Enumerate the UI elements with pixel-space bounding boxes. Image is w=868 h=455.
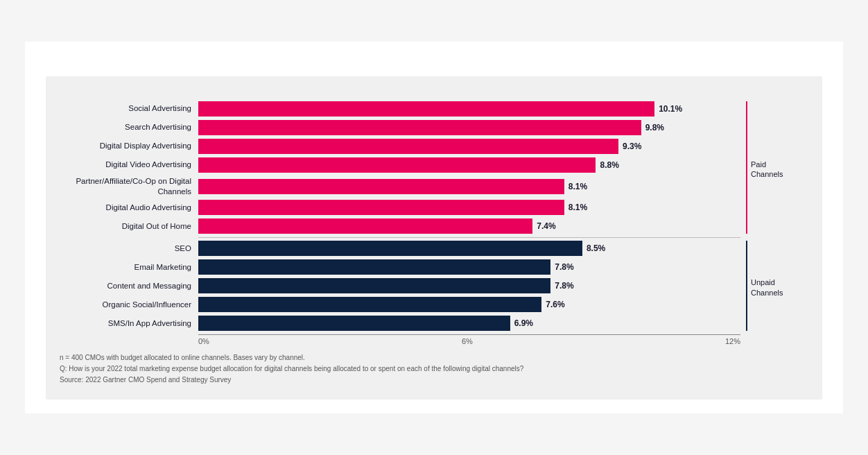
chart-row: Digital Video Advertising8.8% bbox=[60, 157, 740, 173]
chart-row: SMS/In App Advertising6.9% bbox=[60, 316, 740, 331]
chart-row: Social Advertising10.1% bbox=[60, 101, 740, 117]
footnote-line: n = 400 CMOs with budget allocated to on… bbox=[60, 352, 808, 363]
bar-wrapper: 9.8% bbox=[198, 120, 740, 135]
side-annotations: PaidChannels UnpaidChannels bbox=[746, 101, 808, 346]
bar-fill bbox=[198, 278, 550, 293]
bar-wrapper: 7.6% bbox=[198, 297, 740, 312]
bar-value-label: 8.8% bbox=[600, 160, 618, 170]
bar-value-label: 10.1% bbox=[659, 104, 682, 114]
bar-fill bbox=[198, 157, 596, 173]
section-divider bbox=[198, 237, 740, 238]
x-label-12: 12% bbox=[725, 337, 740, 345]
chart-box: Social Advertising10.1%Search Advertisin… bbox=[46, 76, 822, 400]
bar-label-text: Digital Audio Advertising bbox=[60, 203, 198, 213]
x-label-6: 6% bbox=[462, 337, 473, 345]
bar-label-text: Content and Messaging bbox=[60, 281, 198, 291]
bar-value-label: 7.8% bbox=[555, 281, 573, 291]
chart-row: Partner/Affiliate/Co-Op on Digital Chann… bbox=[60, 176, 740, 197]
chart-row: Digital Display Advertising9.3% bbox=[60, 139, 740, 154]
bar-value-label: 9.3% bbox=[623, 141, 641, 151]
bar-label-text: Digital Out of Home bbox=[60, 221, 198, 232]
bar-wrapper: 8.1% bbox=[198, 179, 740, 194]
bar-label-text: Organic Social/Influencer bbox=[60, 300, 198, 310]
paid-annotation: PaidChannels bbox=[746, 101, 783, 234]
bar-wrapper: 7.4% bbox=[198, 218, 740, 234]
x-axis-line bbox=[198, 334, 740, 335]
bar-value-label: 8.5% bbox=[587, 243, 605, 253]
bar-label-text: SMS/In App Advertising bbox=[60, 318, 198, 329]
chart-row: Digital Audio Advertising8.1% bbox=[60, 200, 740, 215]
footnotes: n = 400 CMOs with budget allocated to on… bbox=[60, 352, 808, 386]
bar-wrapper: 8.1% bbox=[198, 200, 740, 215]
bar-fill bbox=[198, 179, 564, 194]
bar-label-text: Email Marketing bbox=[60, 262, 198, 273]
chart-row: Search Advertising9.8% bbox=[60, 120, 740, 135]
bar-label-text: Partner/Affiliate/Co-Op on Digital Chann… bbox=[60, 176, 198, 197]
bar-wrapper: 8.8% bbox=[198, 157, 740, 173]
chart-row: Organic Social/Influencer7.6% bbox=[60, 297, 740, 312]
bar-fill bbox=[198, 241, 582, 256]
bar-wrapper: 8.5% bbox=[198, 241, 740, 256]
bar-wrapper: 10.1% bbox=[198, 101, 740, 117]
unpaid-label: UnpaidChannels bbox=[747, 277, 783, 298]
unpaid-annotation: UnpaidChannels bbox=[746, 241, 783, 331]
bar-fill bbox=[198, 218, 532, 234]
footnote-line: Q: How is your 2022 total marketing expe… bbox=[60, 363, 808, 375]
chart-row: Email Marketing7.8% bbox=[60, 259, 740, 275]
paid-label: PaidChannels bbox=[747, 160, 783, 180]
bar-value-label: 7.6% bbox=[546, 300, 564, 309]
bar-label-text: Social Advertising bbox=[60, 103, 198, 114]
bar-wrapper: 7.8% bbox=[198, 278, 740, 293]
bar-fill bbox=[198, 120, 641, 135]
bar-fill bbox=[198, 259, 550, 275]
footnote-line: Source: 2022 Gartner CMO Spend and Strat… bbox=[60, 375, 808, 386]
bars-container: Social Advertising10.1%Search Advertisin… bbox=[60, 101, 740, 332]
bar-fill bbox=[198, 316, 510, 331]
bar-label-text: Digital Display Advertising bbox=[60, 141, 198, 151]
bar-wrapper: 7.8% bbox=[198, 259, 740, 275]
x-label-0: 0% bbox=[198, 337, 209, 345]
bar-value-label: 7.4% bbox=[537, 221, 555, 231]
chart-row: Digital Out of Home7.4% bbox=[60, 218, 740, 234]
bar-fill bbox=[198, 297, 541, 312]
bar-fill bbox=[198, 139, 618, 154]
bars-area: Social Advertising10.1%Search Advertisin… bbox=[60, 101, 740, 346]
bar-label-text: Search Advertising bbox=[60, 122, 198, 132]
bar-value-label: 9.8% bbox=[645, 123, 664, 132]
x-axis-labels: 0% 6% 12% bbox=[198, 337, 740, 345]
page-container: Social Advertising10.1%Search Advertisin… bbox=[25, 42, 843, 414]
bar-label-text: Digital Video Advertising bbox=[60, 160, 198, 170]
bar-fill bbox=[198, 101, 654, 117]
bar-value-label: 8.1% bbox=[568, 203, 587, 212]
bar-value-label: 8.1% bbox=[568, 182, 587, 191]
bar-fill bbox=[198, 200, 564, 215]
bar-value-label: 7.8% bbox=[555, 262, 573, 272]
bar-label-text: SEO bbox=[60, 243, 198, 254]
bar-wrapper: 9.3% bbox=[198, 139, 740, 154]
chart-row: Content and Messaging7.8% bbox=[60, 278, 740, 293]
bar-wrapper: 6.9% bbox=[198, 316, 740, 331]
bar-value-label: 6.9% bbox=[514, 318, 533, 328]
chart-row: SEO8.5% bbox=[60, 241, 740, 256]
